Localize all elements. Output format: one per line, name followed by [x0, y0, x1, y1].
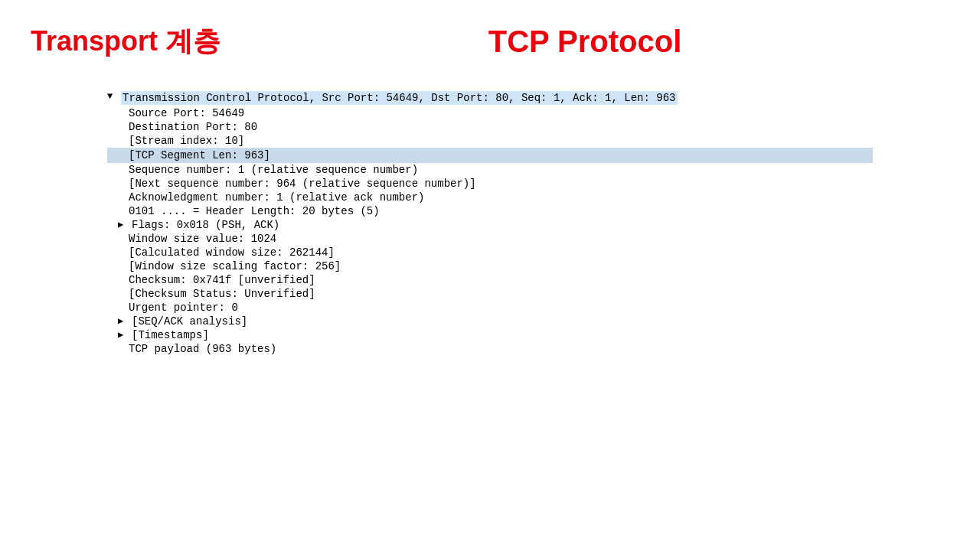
field-row-stream-index: [Stream index: 10] [107, 134, 873, 148]
field-text-source-port: Source Port: 54649 [129, 107, 244, 119]
field-row-checksum-status: [Checksum Status: Unverified] [107, 287, 873, 301]
field-row-tcp-payload: TCP payload (963 bytes) [107, 342, 873, 356]
field-row-urgent-pointer: Urgent pointer: 0 [107, 301, 873, 315]
field-text-segment-len: [TCP Segment Len: 963] [129, 149, 270, 161]
field-text-next-seq: [Next sequence number: 964 (relative seq… [129, 178, 476, 190]
field-row-seq-number: Sequence number: 1 (relative sequence nu… [107, 163, 873, 177]
field-row-header-length: 0101 .... = Header Length: 20 bytes (5) [107, 204, 873, 218]
transport-layer-title: Transport 계층 [31, 23, 220, 60]
field-row-next-seq: [Next sequence number: 964 (relative seq… [107, 177, 873, 191]
field-row-seq-ack-analysis: ▶[SEQ/ACK analysis] [107, 315, 873, 328]
field-row-window-size: Window size value: 1024 [107, 232, 873, 246]
field-row-dest-port: Destination Port: 80 [107, 120, 873, 134]
field-row-window-scale: [Window size scaling factor: 256] [107, 259, 873, 273]
field-text-seq-number: Sequence number: 1 (relative sequence nu… [129, 164, 418, 176]
field-row-ack-number: Acknowledgment number: 1 (relative ack n… [107, 191, 873, 204]
packet-detail-panel: ▼ Transmission Control Protocol, Src Por… [0, 76, 980, 356]
field-text-checksum: Checksum: 0x741f [unverified] [129, 274, 315, 286]
field-text-window-scale: [Window size scaling factor: 256] [129, 260, 341, 272]
field-text-header-length: 0101 .... = Header Length: 20 bytes (5) [129, 205, 380, 217]
tcp-protocol-title: TCP Protocol [220, 24, 949, 59]
field-row-flags: ▶Flags: 0x018 (PSH, ACK) [107, 218, 873, 232]
collapse-icon[interactable]: ▼ [107, 91, 118, 102]
field-text-stream-index: [Stream index: 10] [129, 135, 244, 147]
field-text-timestamps: [Timestamps] [132, 329, 209, 341]
expand-icon-flags[interactable]: ▶ [118, 219, 129, 230]
field-row-calc-window: [Calculated window size: 262144] [107, 246, 873, 259]
field-text-flags: Flags: 0x018 (PSH, ACK) [132, 219, 279, 231]
field-text-ack-number: Acknowledgment number: 1 (relative ack n… [129, 191, 424, 204]
field-row-timestamps: ▶[Timestamps] [107, 328, 873, 342]
field-text-checksum-status: [Checksum Status: Unverified] [129, 288, 315, 300]
field-row-source-port: Source Port: 54649 [107, 106, 873, 120]
tcp-root-row[interactable]: ▼ Transmission Control Protocol, Src Por… [107, 91, 873, 105]
tcp-root-label: Transmission Control Protocol, Src Port:… [121, 91, 678, 105]
expand-icon-seq-ack-analysis[interactable]: ▶ [118, 315, 129, 327]
expand-icon-timestamps[interactable]: ▶ [118, 329, 129, 341]
tcp-fields-container: Source Port: 54649Destination Port: 80[S… [107, 106, 873, 356]
field-text-calc-window: [Calculated window size: 262144] [129, 246, 335, 259]
field-text-urgent-pointer: Urgent pointer: 0 [129, 302, 238, 314]
field-row-checksum: Checksum: 0x741f [unverified] [107, 273, 873, 287]
field-text-dest-port: Destination Port: 80 [129, 121, 257, 133]
field-row-segment-len: [TCP Segment Len: 963] [107, 148, 873, 163]
field-text-tcp-payload: TCP payload (963 bytes) [129, 343, 276, 355]
field-text-window-size: Window size value: 1024 [129, 233, 276, 245]
field-text-seq-ack-analysis: [SEQ/ACK analysis] [132, 315, 247, 328]
